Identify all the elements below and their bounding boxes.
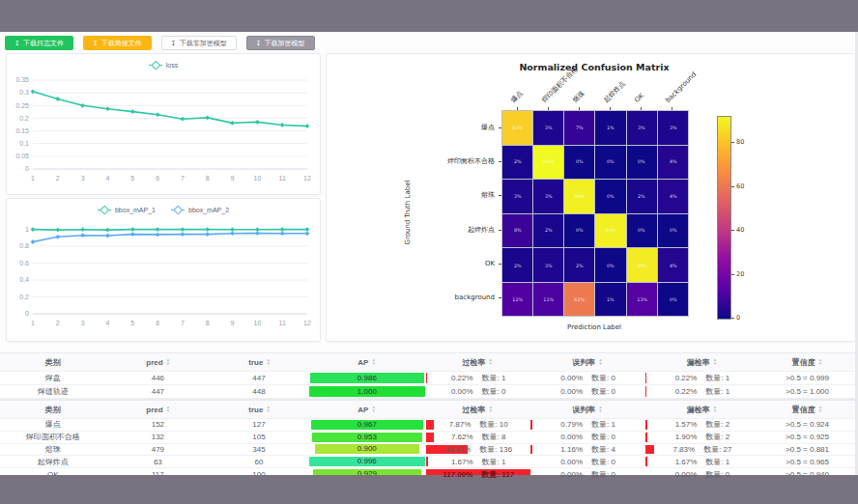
cell-ap: 0.986: [308, 372, 426, 384]
heatmap-cell: 0%: [564, 214, 594, 248]
sort-icon[interactable]: ▲▼: [818, 406, 822, 412]
svg-text:0.2: 0.2: [19, 294, 29, 300]
svg-text:8: 8: [206, 175, 210, 182]
sort-icon[interactable]: ▲▼: [266, 358, 270, 365]
loss-chart-legend: loss: [7, 57, 320, 72]
matrix-col-label: 熔珠: [571, 89, 586, 104]
cell-over-rate: 0.22%数量: 1: [426, 372, 531, 384]
heatmap-cell: 0%: [627, 214, 657, 248]
download-report-button[interactable]: ↧ 下载简报文件: [83, 36, 152, 50]
sort-icon[interactable]: ▲▼: [489, 406, 493, 412]
sort-icon[interactable]: ▲▼: [371, 406, 375, 412]
legend-item-bbox_mAP_2[interactable]: bbox_mAP_2: [171, 206, 229, 214]
ap-bar: 0.953: [312, 433, 422, 442]
cell-class-name: 爆点: [0, 419, 106, 431]
column-header-true[interactable]: true▲▼: [211, 401, 309, 418]
cell-ap: 0.967: [308, 419, 426, 431]
svg-text:3: 3: [81, 175, 85, 182]
sort-icon[interactable]: ▲▼: [818, 358, 822, 365]
svg-text:0.25: 0.25: [15, 102, 29, 109]
sort-icon[interactable]: ▲▼: [166, 406, 170, 412]
button-label: 下载简报文件: [101, 40, 142, 46]
cell-over-rate: 1.67%数量: 1: [426, 456, 531, 467]
column-header-true[interactable]: true▲▼: [211, 353, 309, 371]
colorbar-tick-label: 80: [736, 138, 744, 146]
download-plain-model-button[interactable]: ↧ 下载非加密模型: [161, 36, 237, 50]
column-header-pred[interactable]: pred▲▼: [106, 353, 211, 371]
download-icon: ↧: [171, 40, 177, 46]
rate-bar: [645, 445, 654, 455]
heatmap-cell: 0%: [595, 146, 625, 180]
rate-bar: [530, 445, 532, 455]
ap-bar: 0.986: [310, 373, 424, 383]
loss-chart-plot: 00.050.10.150.20.250.30.3512345678910111…: [7, 72, 318, 196]
sort-icon[interactable]: ▲▼: [489, 358, 493, 365]
svg-text:7: 7: [181, 320, 185, 326]
cell-miss-rate: 1.57%数量: 2: [645, 419, 759, 431]
cell-miss-rate: 1.90%数量: 2: [645, 432, 759, 443]
heatmap-cell: 2%: [627, 180, 657, 213]
dashboard: ↧ 下载日志文件 ↧ 下载简报文件 ↧ 下载非加密模型 ↧ 下载加密模型 los…: [0, 32, 855, 475]
download-log-button[interactable]: ↧ 下载日志文件: [5, 36, 73, 50]
rate-bar: [426, 433, 434, 442]
sort-icon[interactable]: ▲▼: [713, 358, 717, 365]
sort-icon[interactable]: ▲▼: [598, 358, 602, 365]
sort-icon[interactable]: ▲▼: [713, 406, 717, 412]
heatmap-cell: 83%: [502, 111, 532, 145]
rate-bar: [426, 373, 428, 383]
series-marker-icon: [171, 206, 185, 214]
rate-bar: [645, 373, 647, 383]
cell-mis-rate: 0.00%数量: 0: [530, 432, 644, 443]
svg-text:10: 10: [254, 320, 262, 326]
matrix-col-label: OK: [633, 92, 645, 104]
column-header-置信度[interactable]: 置信度▲▼: [759, 353, 855, 371]
column-header-误判率[interactable]: 误判率▲▼: [530, 401, 645, 418]
ap-bar: 0.900: [315, 444, 419, 454]
cell-mis-rate: 1.16%数量: 4: [530, 444, 644, 456]
column-header-漏检率[interactable]: 漏检率▲▼: [644, 353, 759, 371]
button-label: 下载日志文件: [23, 40, 64, 46]
cell-class-name: 焊缝轨迹: [0, 385, 106, 398]
legend-item-bbox_mAP_1[interactable]: bbox_mAP_1: [98, 206, 156, 214]
column-header-pred[interactable]: pred▲▼: [106, 401, 211, 418]
column-header-过检率[interactable]: 过检率▲▼: [425, 353, 530, 371]
column-header-AP[interactable]: AP▲▼: [308, 401, 424, 418]
cell-pred: 63: [106, 456, 211, 467]
table-row: 起焊炸点63600.9961.67%数量: 10.00%数量: 01.67%数量…: [0, 456, 855, 468]
column-header-误判率[interactable]: 误判率▲▼: [530, 353, 645, 371]
heatmap-cell: 0%: [658, 214, 688, 248]
column-header-类别: 类别: [0, 401, 106, 418]
matrix-col-label: 爆点: [509, 89, 525, 104]
column-header-AP[interactable]: AP▲▼: [308, 353, 424, 371]
button-label: 下载非加密模型: [180, 40, 227, 46]
cell-confidence: >0.5 = 0.925: [759, 432, 855, 443]
heatmap-cell: 0%: [595, 180, 625, 213]
colorbar-tick-label: 40: [736, 226, 744, 234]
svg-text:2: 2: [56, 175, 60, 182]
matrix-xaxis-label: Prediction Label: [567, 323, 621, 331]
heatmap-cell: 7%: [564, 111, 594, 145]
cell-ap: 0.996: [308, 456, 426, 467]
cell-confidence: >0.5 = 0.881: [759, 444, 855, 456]
series-marker-icon: [98, 206, 111, 214]
sort-icon[interactable]: ▲▼: [166, 358, 170, 365]
heatmap-cell: 3%: [533, 248, 563, 282]
column-header-类别: 类别: [0, 353, 106, 371]
legend-item-loss[interactable]: loss: [149, 61, 178, 70]
bbox-map-chart-card: bbox_mAP_1bbox_mAP_2 00.20.40.60.8112345…: [6, 198, 321, 342]
column-header-过检率[interactable]: 过检率▲▼: [425, 401, 530, 418]
heatmap-cell: 61%: [564, 283, 594, 317]
heatmap-cell: 4%: [658, 180, 688, 213]
cell-over-rate: 7.62%数量: 8: [426, 432, 531, 443]
download-toolbar: ↧ 下载日志文件 ↧ 下载简报文件 ↧ 下载非加密模型 ↧ 下载加密模型: [5, 34, 325, 51]
heatmap-cell: 0%: [595, 248, 625, 282]
column-header-漏检率[interactable]: 漏检率▲▼: [644, 401, 759, 418]
download-encrypted-model-button[interactable]: ↧ 下载加密模型: [246, 36, 315, 50]
column-header-置信度[interactable]: 置信度▲▼: [759, 401, 855, 418]
heatmap-cell: 2%: [502, 146, 532, 180]
sort-icon[interactable]: ▲▼: [598, 406, 602, 412]
sort-icon[interactable]: ▲▼: [371, 358, 375, 365]
cell-true: 105: [210, 432, 308, 443]
colorbar: [717, 116, 731, 320]
sort-icon[interactable]: ▲▼: [266, 406, 270, 412]
